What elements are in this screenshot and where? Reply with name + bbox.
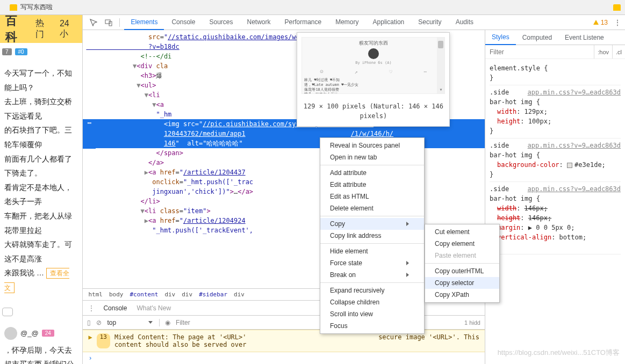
rule-selector: element.style { [490, 63, 621, 73]
menu-cut[interactable]: Cut element [425, 226, 499, 238]
kebab-icon[interactable]: ⋮ [88, 304, 94, 312]
menu-copy-selector[interactable]: Copy selector [425, 277, 499, 289]
hov-toggle[interactable]: :hov [594, 45, 612, 59]
tab-styles[interactable]: Styles [485, 30, 516, 45]
console-prompt[interactable]: › [83, 352, 485, 364]
menu-delete[interactable]: Delete element [320, 202, 424, 214]
console-filter-input[interactable]: Filter [176, 319, 190, 326]
tab-network[interactable]: Network [240, 15, 277, 30]
avatar[interactable] [4, 327, 17, 340]
context-submenu: Cut element Copy element Paste element C… [425, 224, 500, 303]
tab-performance[interactable]: Performance [278, 15, 328, 30]
menu-add-attr[interactable]: Add attribute [320, 167, 424, 179]
browser-tabbar: 写写东西啦 [0, 0, 625, 15]
eye-icon[interactable]: ◉ [165, 319, 170, 326]
hidden-count: 1 hidd [464, 319, 480, 326]
menu-hide[interactable]: Hide element [320, 245, 424, 257]
menu-collapse[interactable]: Collapse children [320, 296, 424, 308]
tab-audits[interactable]: Audits [449, 15, 480, 30]
browser-tab[interactable]: 写写东西啦 [4, 0, 58, 14]
devtools-tabs: Elements Console Sources Network Perform… [124, 15, 591, 30]
warning-pill: 13 [97, 333, 110, 348]
comment-icon[interactable] [2, 308, 13, 316]
menu-force[interactable]: Force state [320, 257, 424, 269]
menu-copy-element[interactable]: Copy element [425, 238, 499, 250]
tab-computed[interactable]: Computed [516, 31, 558, 45]
menu-break[interactable]: Break on [320, 269, 424, 281]
device-icon[interactable] [102, 16, 115, 29]
tab-event-listeners[interactable]: Event Listene [558, 31, 610, 45]
menu-copy[interactable]: Copy [320, 218, 424, 230]
tab-title: 写写东西啦 [20, 3, 53, 12]
menu-edit-attr[interactable]: Edit attribute [320, 179, 424, 191]
source-link[interactable]: app.min.css?v=9…eadc863d [528, 88, 621, 97]
devtools-toolbar: Elements Console Sources Network Perform… [83, 15, 625, 30]
image-hover-tooltip: 糗友写的东西 By iPhone 6s (A) ☺↗♡⋯ 林儿 ♥时过境 ♥不知… [297, 32, 450, 127]
menu-outer-html[interactable]: Copy outerHTML [425, 265, 499, 277]
inspect-icon[interactable] [87, 16, 100, 29]
tab-console-drawer[interactable]: Console [103, 304, 127, 312]
hover-caption: 129 × 100 pixels (Natural: 146 × 146 pix… [297, 98, 449, 126]
tab-security[interactable]: Security [412, 15, 448, 30]
menu-scroll[interactable]: Scroll into view [320, 308, 424, 320]
chevron-right-icon [406, 222, 409, 226]
user-badge: 24 [42, 330, 54, 337]
badge-count: 7 [2, 48, 12, 55]
menu-focus[interactable]: Focus [320, 320, 424, 332]
page-header: 百科 热门 24小 [0, 15, 82, 43]
styles-filter-input[interactable] [485, 48, 594, 56]
chevron-right-icon [406, 261, 409, 265]
clear-icon[interactable]: ⊘ [96, 319, 102, 326]
watermark: https://blog.csdn.net/weixi...51CTO博客 [498, 348, 620, 358]
menu-edit-html[interactable]: Edit as HTML [320, 191, 424, 202]
menu-copy-xpath[interactable]: Copy XPath [425, 289, 499, 301]
site-logo: 百科 [5, 15, 28, 45]
source-link[interactable]: app.min.css?v=9…eadc863d [528, 184, 621, 194]
nav-24h[interactable]: 24小 [60, 19, 77, 40]
sidebar-toggle-icon[interactable]: ▯ [87, 319, 91, 326]
menu-open-tab[interactable]: Open in new tab [320, 151, 424, 163]
selection-dots: ⋯ [83, 119, 96, 149]
username[interactable]: @_@ [20, 329, 39, 337]
styles-rules[interactable]: element.style { } .sideapp.min.css?v=9…e… [485, 59, 625, 364]
warning-icon [593, 20, 599, 25]
warning-count[interactable]: 13 [593, 19, 608, 26]
tab-elements[interactable]: Elements [124, 15, 164, 30]
thumbnail-preview: 糗友写的东西 By iPhone 6s (A) ☺↗♡⋯ 林儿 ♥时过境 ♥不知… [301, 37, 445, 94]
cls-toggle[interactable]: .cl [612, 45, 625, 59]
context-select[interactable]: top [107, 319, 160, 326]
chevron-down-icon [148, 321, 153, 324]
context-menu: Reveal in Sources panel Open in new tab … [320, 137, 425, 334]
tab-console[interactable]: Console [165, 15, 202, 30]
tab-sources[interactable]: Sources [203, 15, 239, 30]
badge-tag: #0 [15, 48, 27, 55]
tab-whats-new[interactable]: What's New [137, 304, 171, 312]
article-text: 今天写了一个，不知能上吗？ 去上班，骑到立交桥下远远看见 的石块挡了下吧。三轮车… [0, 61, 82, 300]
chevron-right-icon: ▶ [88, 333, 92, 348]
tab-memory[interactable]: Memory [329, 15, 365, 30]
source-link[interactable]: app.min.css?v=9…eadc863d [528, 141, 621, 150]
menu-paste: Paste element [425, 250, 499, 261]
kebab-icon[interactable]: ⋮ [614, 19, 621, 26]
styles-panel: Styles Computed Event Listene :hov .cl e… [485, 30, 625, 364]
article-text-2: ，怀孕后期，今天去超市买东西 到我们公司当模特，我心里想 [0, 343, 82, 365]
menu-copy-link[interactable]: Copy link address [320, 230, 424, 242]
folder-icon[interactable] [613, 4, 621, 11]
tab-application[interactable]: Application [367, 15, 411, 30]
menu-reveal[interactable]: Reveal in Sources panel [320, 140, 424, 151]
chevron-right-icon [406, 273, 409, 277]
page-content: 百科 热门 24小 7 #0 今天写了一个，不知能上吗？ 去上班，骑到立交桥下远… [0, 15, 83, 364]
folder-icon [10, 4, 17, 11]
nav-hot[interactable]: 热门 [35, 18, 52, 40]
color-swatch[interactable] [567, 163, 572, 168]
elements-panel: 糗友写的东西 By iPhone 6s (A) ☺↗♡⋯ 林儿 ♥时过境 ♥不知… [83, 30, 485, 364]
menu-expand[interactable]: Expand recursively [320, 285, 424, 296]
rule-selector: .side [490, 89, 509, 96]
